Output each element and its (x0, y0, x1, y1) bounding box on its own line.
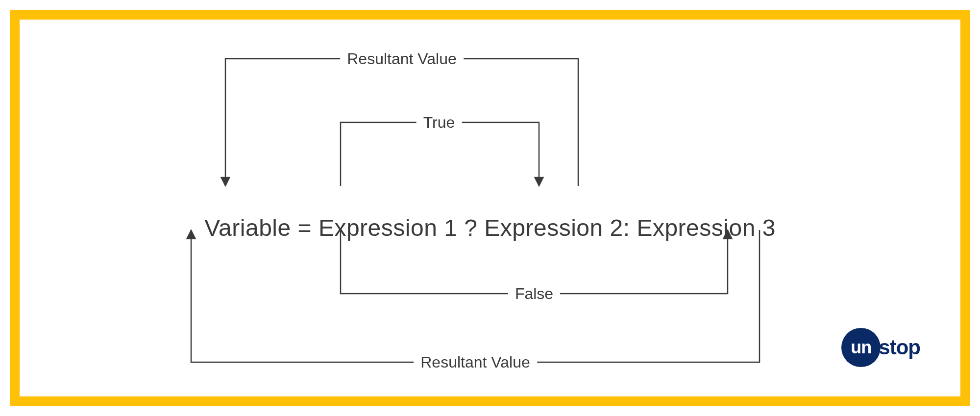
logo-circle: un (841, 328, 881, 367)
arrow-paths (20, 20, 960, 396)
ternary-expression: Variable = Expression 1 ? Expression 2: … (204, 214, 776, 241)
diagram-canvas: Variable = Expression 1 ? Expression 2: … (20, 20, 960, 396)
label-true: True (416, 114, 462, 132)
label-false: False (508, 285, 560, 303)
logo-text: stop (879, 336, 920, 359)
diagram-frame: Variable = Expression 1 ? Expression 2: … (10, 10, 970, 406)
brand-logo: un stop (841, 328, 920, 367)
label-resultant-bottom: Resultant Value (414, 353, 537, 371)
label-resultant-top: Resultant Value (340, 50, 464, 68)
